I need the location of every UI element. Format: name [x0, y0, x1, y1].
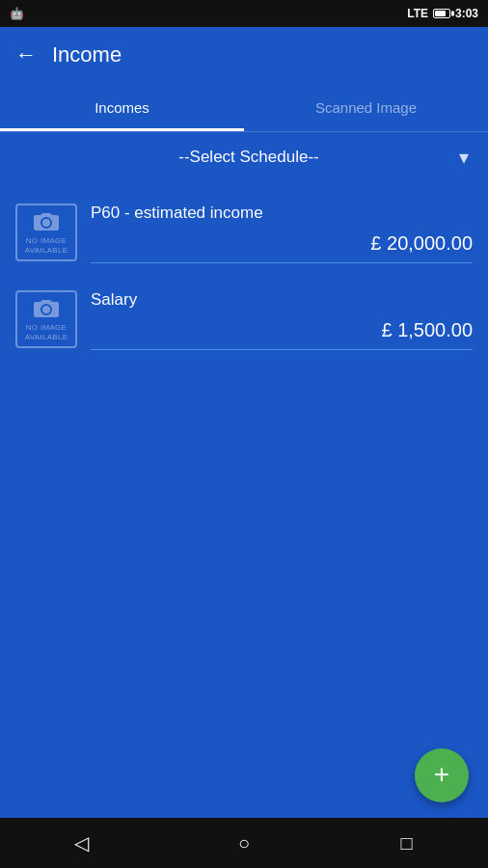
tab-bar: Incomes Scanned Image	[0, 83, 488, 132]
income-name-1: P60 - estimated income	[91, 203, 473, 223]
app-bar: ← Income	[0, 27, 488, 83]
nav-home-button[interactable]: ○	[225, 824, 263, 862]
page-title: Income	[52, 42, 122, 68]
camera-placeholder-2: NO IMAGEAVAILABLE	[15, 290, 77, 348]
no-image-text-1: NO IMAGEAVAILABLE	[25, 236, 68, 255]
add-income-button[interactable]: +	[415, 748, 469, 802]
income-amount-1: £ 20,000.00	[370, 232, 473, 255]
camera-icon-1	[32, 210, 61, 233]
income-details-1: P60 - estimated income £ 20,000.00	[91, 203, 473, 263]
income-amount-row-1: £ 20,000.00	[91, 232, 473, 263]
nav-recents-button[interactable]: □	[388, 824, 426, 862]
back-button[interactable]: ←	[15, 42, 37, 68]
tab-scanned-image-label: Scanned Image	[315, 99, 417, 116]
android-icon: 🤖	[10, 7, 24, 20]
back-nav-icon: ◁	[74, 831, 89, 854]
income-amount-row-2: £ 1,500.00	[91, 319, 473, 350]
camera-placeholder-1: NO IMAGEAVAILABLE	[15, 203, 77, 261]
schedule-dropdown-row[interactable]: --Select Schedule-- ▾	[0, 132, 488, 182]
bottom-nav: ◁ ○ □	[0, 818, 488, 868]
tab-incomes[interactable]: Incomes	[0, 83, 244, 131]
no-image-text-2: NO IMAGEAVAILABLE	[25, 323, 68, 341]
chevron-down-icon: ▾	[459, 146, 469, 169]
camera-icon-2	[32, 297, 61, 320]
tab-scanned-image[interactable]: Scanned Image	[244, 83, 488, 131]
income-list: NO IMAGEAVAILABLE P60 - estimated income…	[0, 182, 488, 358]
schedule-label: --Select Schedule--	[48, 148, 449, 167]
status-bar: 🤖 LTE 3:03	[0, 0, 488, 27]
home-nav-icon: ○	[238, 832, 250, 854]
income-item-1[interactable]: NO IMAGEAVAILABLE P60 - estimated income…	[0, 192, 488, 271]
tab-incomes-label: Incomes	[95, 99, 149, 116]
network-indicator: LTE	[407, 7, 428, 20]
income-name-2: Salary	[91, 290, 473, 310]
income-details-2: Salary £ 1,500.00	[91, 290, 473, 350]
plus-icon: +	[434, 761, 449, 788]
income-amount-2: £ 1,500.00	[381, 319, 473, 341]
clock: 3:03	[455, 7, 478, 20]
battery-icon	[433, 9, 450, 18]
income-item-2[interactable]: NO IMAGEAVAILABLE Salary £ 1,500.00	[0, 279, 488, 358]
nav-back-button[interactable]: ◁	[62, 824, 100, 862]
recents-nav-icon: □	[401, 832, 413, 854]
